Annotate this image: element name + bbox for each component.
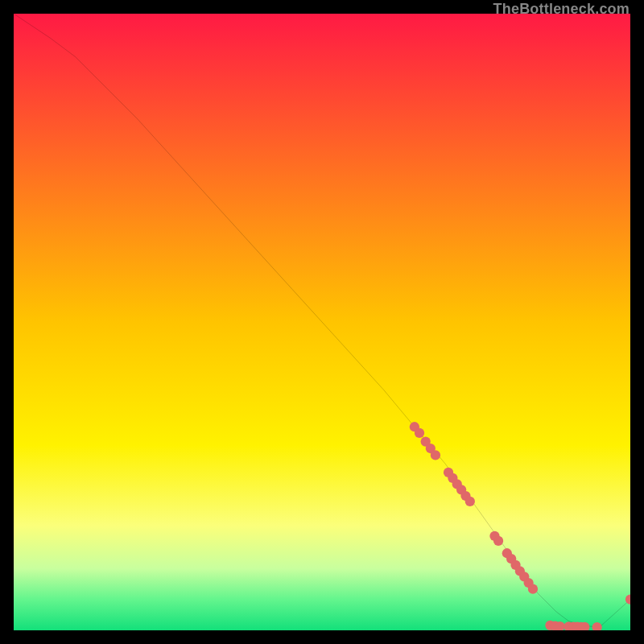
sample-point [415, 428, 424, 438]
watermark: TheBottleneck.com [493, 1, 630, 18]
sample-point [465, 497, 475, 506]
sample-point [431, 450, 440, 460]
sample-point [493, 536, 503, 546]
plot-area [14, 14, 630, 630]
chart-svg [14, 14, 630, 630]
sample-point [528, 584, 538, 594]
chart-stage: TheBottleneck.com [0, 0, 644, 644]
